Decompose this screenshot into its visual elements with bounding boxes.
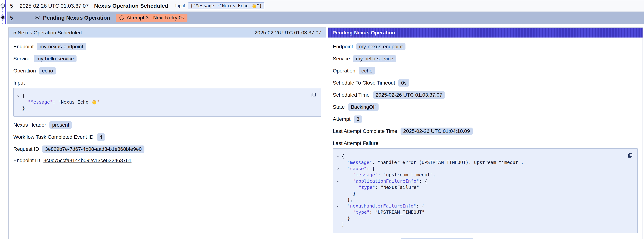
json-text: : { [419,178,427,184]
event-row-nexus-operation-scheduled[interactable]: 5 2025-02-26 UTC 01:03:37.07 Nexus Opera… [6,0,644,12]
json-text: "UPSTREAM_TIMEOUT" [375,210,424,215]
json-text: "handler error (UPSTREAM_TIMEOUT): upstr… [378,160,524,165]
field-endpoint-id: Endpoint ID3c0c75ccfa8144b092c13ce632463… [13,158,321,164]
json-text: }, [347,197,353,202]
json-text: : [370,210,375,215]
field-label: State [333,104,345,110]
json-key: "message" [353,172,378,178]
code-line: "type": "NexusFailure" [333,184,623,190]
field-value-badge: my-nexus-endpoint [37,43,86,50]
field-request-id: Request ID3e829b7e-7d67-4b08-aad3-b1e868… [13,146,321,153]
input-json-code: {"Message": "Nexus Echo 👋"} [14,93,306,112]
field-value-badge: echo [39,67,56,74]
chevron-down-icon[interactable] [17,94,20,98]
field-value-badge: 3e829b7e-7d67-4b08-aad3-b1e868bfe9e0 [42,146,144,153]
json-key: "type" [353,210,370,215]
timeline-rail [0,0,9,28]
field-state: StateBackingOff [333,104,638,111]
json-key: "applicationFailureInfo" [353,178,419,184]
pending-asterisk-icon [34,14,40,21]
field-label: Nexus Header [13,122,46,128]
timeline-active-bar [5,0,6,24]
pending-panel-title: Pending Nexus Operation [332,30,395,36]
event-title: Nexus Operation Scheduled [94,3,168,9]
field-label: Scheduled Time [333,92,370,98]
input-section-label: Input [13,80,321,86]
timeline-graphic [0,0,9,28]
event-detail-panel-scheduled: 5 Nexus Operation Scheduled 2025-02-26 U… [8,28,326,239]
field-label: Operation [13,68,36,74]
failure-code-block: {"message": "handler error (UPSTREAM_TIM… [333,148,638,233]
code-line: { [14,93,306,99]
field-value-badge: present [50,121,72,129]
field-value-badge: my-hello-service [34,55,76,62]
field-label: Service [333,56,350,62]
field-value-badge: echo [358,67,375,74]
json-text: : [52,99,58,105]
event-row-pending-nexus-operation[interactable]: 5 Pending Nexus Operation Attempt 3 · Ne… [6,12,644,24]
chevron-down-icon[interactable] [336,155,340,158]
copy-icon [627,152,633,158]
field-service: Servicemy-hello-service [333,55,638,62]
copy-button[interactable] [626,152,634,160]
pending-operation-panel: Pending Nexus Operation Endpointmy-nexus… [328,28,643,239]
field-value-badge: 0s [398,79,409,86]
field-next-attempt-schedule-time: Next Attempt Schedule Time2025-02-26 UTC… [333,238,638,239]
field-value-badge: my-hello-service [353,55,396,62]
chevron-down-icon[interactable] [336,204,340,208]
pending-fields-after: Next Attempt Schedule Time2025-02-26 UTC… [333,238,638,239]
code-line: "Message": "Nexus Echo 👋" [14,99,306,105]
json-text: : { [416,203,424,208]
json-text: "NexusFailure" [380,185,419,190]
scheduled-fields-bottom: Nexus HeaderpresentWorkflow Task Complet… [13,121,321,164]
field-operation: Operationecho [13,67,321,74]
event-history-rows: 5 2025-02-26 UTC 01:03:37.07 Nexus Opera… [6,0,644,24]
timeline-start-circle-icon [1,4,5,8]
code-line: "type": "UPSTREAM_TIMEOUT" [333,209,623,216]
attempt-retry-badge: Attempt 3 · Next Retry 0s [116,14,188,22]
scheduled-panel-body: Endpointmy-nexus-endpointServicemy-hello… [8,38,326,174]
chevron-down-icon[interactable] [336,180,340,183]
event-detail-panels: 5 Nexus Operation Scheduled 2025-02-26 U… [8,28,644,239]
code-line: } [333,216,623,222]
json-key: "type" [358,185,375,190]
json-key: "cause" [347,166,366,171]
json-text: } [353,191,356,196]
json-text: { [22,93,25,98]
field-value-badge: 2025-02-26 UTC 01:04:13.93 [401,238,473,239]
field-label: Service [13,56,30,62]
json-key: "nexusHandlerFailureInfo" [347,203,416,208]
code-line: } [333,222,623,228]
field-attempt: Attempt3 [333,116,638,123]
field-value-badge: 3 [354,116,362,123]
input-code-block: {"Message": "Nexus Echo 👋"} [13,88,321,116]
field-label: Endpoint ID [13,158,40,164]
field-value-badge: 2025-02-26 UTC 01:03:37.07 [373,91,445,99]
field-endpoint: Endpointmy-nexus-endpoint [333,43,638,50]
field-value-badge: my-nexus-endpoint [356,43,406,50]
json-text: } [22,106,25,111]
json-key: "Message" [28,99,52,105]
scheduled-panel-timestamp: 2025-02-26 UTC 01:03:37.07 [255,30,321,36]
field-label: Schedule To Close Timeout [333,80,395,86]
event-id-link[interactable]: 5 [10,3,15,9]
field-value-link[interactable]: 3c0c75ccfa8144b092c13ce632463761 [44,158,132,164]
json-text: "upstream timeout", [383,172,436,178]
pending-panel-body: Endpointmy-nexus-endpointServicemy-hello… [328,38,642,239]
code-line: "nexusHandlerFailureInfo": { [333,203,623,209]
field-label: Operation [333,68,355,74]
copy-button[interactable] [310,91,317,99]
code-line: } [333,190,623,197]
event-id-link[interactable]: 5 [10,15,15,21]
code-line: "cause": { [333,166,623,172]
code-line: "applicationFailureInfo": { [333,178,623,184]
chevron-down-icon[interactable] [336,167,340,170]
pending-panel-header: Pending Nexus Operation [328,28,642,38]
field-label: Attempt [333,116,350,122]
json-text: } [347,216,350,221]
timeline-current-dot-icon [2,16,4,19]
json-text: { [342,154,344,159]
event-timestamp: 2025-02-26 UTC 01:03:37.07 [20,3,88,9]
field-label: Endpoint [13,44,34,50]
failure-json-code: {"message": "handler error (UPSTREAM_TIM… [333,153,623,228]
